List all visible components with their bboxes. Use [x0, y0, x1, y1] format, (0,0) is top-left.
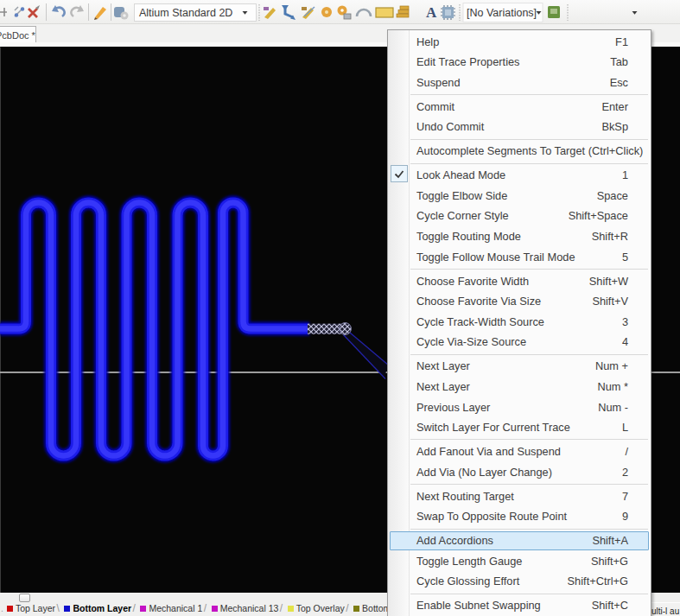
svg-text:A: A — [426, 4, 437, 21]
svg-text:[No Variations]: [No Variations] — [467, 7, 537, 19]
svg-text:Altium Standard 2D: Altium Standard 2D — [139, 7, 232, 19]
